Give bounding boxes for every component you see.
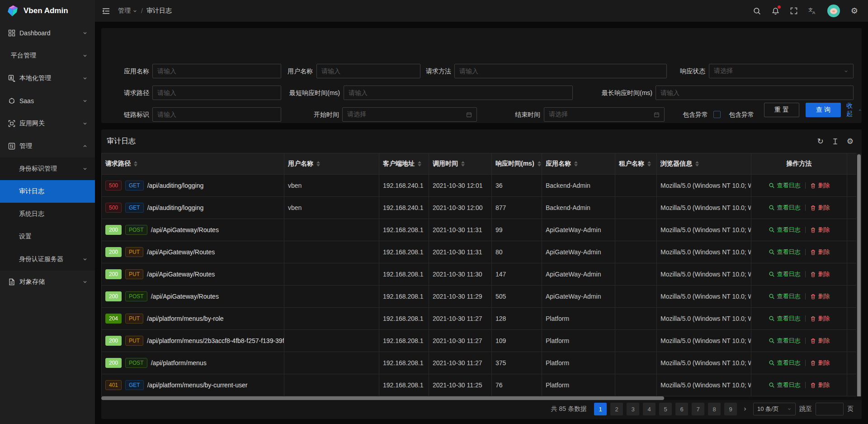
response-status-select[interactable]: 请选择 [709, 64, 854, 78]
column-header-0[interactable]: 请求路径 [101, 153, 284, 174]
delete-button[interactable]: 删除 [810, 204, 830, 212]
sidebar-item-3[interactable]: Saas [0, 90, 95, 112]
page-button-8[interactable]: 8 [708, 403, 721, 415]
page-size-select[interactable]: 10 条/页 [753, 403, 796, 415]
browser-info-cell: Mozilla/5.0 (Windows NT 10.0; Win [657, 374, 751, 396]
row-height-icon[interactable] [832, 138, 839, 145]
delete-button[interactable]: 删除 [810, 270, 830, 278]
max-response-time-input[interactable] [656, 86, 854, 100]
min-response-time-input[interactable] [344, 86, 573, 100]
breadcrumb-item-manage[interactable]: 管理 [118, 7, 137, 15]
next-page-button[interactable] [741, 406, 750, 412]
method-badge: PUT [125, 314, 143, 324]
view-log-button[interactable]: 查看日志 [769, 359, 801, 367]
delete-button[interactable]: 删除 [810, 337, 830, 345]
delete-button[interactable]: 删除 [810, 314, 830, 323]
sidebar-item-10[interactable]: 身份认证服务器 [0, 248, 95, 271]
sort-carets-icon[interactable] [134, 161, 137, 167]
sidebar-item-1[interactable]: 平台管理 [0, 44, 95, 67]
sidebar-item-2[interactable]: 本地化管理 [0, 67, 95, 90]
avatar[interactable] [827, 5, 840, 17]
request-path-input[interactable] [152, 86, 281, 100]
page-button-9[interactable]: 9 [724, 403, 737, 415]
column-header-5[interactable]: 应用名称 [542, 153, 615, 174]
search-button[interactable]: 查 询 [806, 103, 841, 117]
end-time-picker[interactable]: 请选择 [544, 107, 665, 122]
column-header-7[interactable]: 浏览器信息 [657, 153, 751, 174]
header-actions: 文 A ⚙ [753, 5, 868, 17]
delete-button[interactable]: 删除 [810, 381, 830, 389]
sort-carets-icon[interactable] [418, 161, 421, 167]
refresh-icon[interactable]: ↻ [817, 138, 824, 145]
horizontal-scrollbar[interactable] [101, 396, 862, 400]
field-label: 链路标识 [113, 107, 149, 122]
delete-button[interactable]: 删除 [810, 226, 830, 234]
sidebar-item-6[interactable]: 身份标识管理 [0, 157, 95, 180]
collapse-link[interactable]: 收起 [846, 103, 862, 117]
delete-button[interactable]: 删除 [810, 181, 830, 190]
page-button-1[interactable]: 1 [594, 403, 607, 415]
page-button-6[interactable]: 6 [675, 403, 688, 415]
vertical-scrollbar-thumb[interactable] [857, 154, 861, 399]
sidebar-item-9[interactable]: 设置 [0, 225, 95, 248]
view-log-button[interactable]: 查看日志 [769, 270, 801, 278]
sidebar-item-11[interactable]: 对象存储 [0, 271, 95, 293]
menu-fold-icon[interactable] [102, 7, 110, 15]
view-log-button[interactable]: 查看日志 [769, 248, 801, 256]
page-button-3[interactable]: 3 [627, 403, 639, 415]
notification-bell-icon[interactable] [772, 7, 779, 15]
app-name-input[interactable] [152, 64, 281, 78]
page-button-7[interactable]: 7 [692, 403, 704, 415]
page-button-5[interactable]: 5 [659, 403, 672, 415]
sort-carets-icon[interactable] [574, 161, 578, 167]
start-time-picker[interactable]: 请选择 [342, 107, 477, 122]
status-badge: 200 [105, 247, 122, 257]
sidebar-item-5[interactable]: 管理 [0, 135, 95, 157]
view-log-button[interactable]: 查看日志 [769, 204, 801, 212]
column-header-label: 请求路径 [105, 160, 131, 168]
sort-carets-icon[interactable] [461, 161, 465, 167]
sidebar-item-7[interactable]: 审计日志 [0, 180, 95, 203]
user-name-input[interactable] [316, 64, 420, 78]
reset-button[interactable]: 重 置 [764, 103, 799, 117]
column-header-6[interactable]: 租户名称 [615, 153, 657, 174]
sort-carets-icon[interactable] [647, 161, 651, 167]
app-logo[interactable]: Vben Admin [0, 0, 95, 22]
settings-gear-icon[interactable]: ⚙ [851, 7, 858, 15]
search-icon[interactable] [753, 7, 761, 15]
page-button-2[interactable]: 2 [610, 403, 623, 415]
view-log-button[interactable]: 查看日志 [769, 314, 801, 323]
trace-id-input[interactable] [152, 107, 281, 122]
sort-carets-icon[interactable] [538, 161, 541, 167]
column-header-4[interactable]: 响应时间(ms) [492, 153, 542, 174]
view-log-button[interactable]: 查看日志 [769, 181, 801, 190]
column-header-2[interactable]: 客户端地址 [379, 153, 429, 174]
view-log-button[interactable]: 查看日志 [769, 292, 801, 300]
include-exception-checkbox[interactable] [713, 111, 721, 118]
horizontal-scrollbar-thumb[interactable] [101, 396, 664, 400]
actions-cell: 查看日志删除 [751, 286, 847, 307]
request-method-input[interactable] [454, 64, 667, 78]
view-log-button[interactable]: 查看日志 [769, 337, 801, 345]
sort-carets-icon[interactable] [316, 161, 320, 167]
delete-button[interactable]: 删除 [810, 248, 830, 256]
translate-icon[interactable]: 文 A [808, 7, 816, 15]
view-log-button[interactable]: 查看日志 [769, 381, 801, 389]
table-settings-gear-icon[interactable]: ⚙ [847, 138, 854, 145]
sidebar-item-4[interactable]: 应用网关 [0, 112, 95, 135]
sidebar-item-8[interactable]: 系统日志 [0, 203, 95, 225]
page-button-4[interactable]: 4 [643, 403, 656, 415]
column-header-1[interactable]: 用户名称 [284, 153, 379, 174]
vertical-scrollbar[interactable] [856, 153, 862, 400]
magnifier-icon [769, 271, 775, 277]
delete-button[interactable]: 删除 [810, 292, 830, 300]
jump-page-input[interactable] [816, 403, 844, 415]
delete-button[interactable]: 删除 [810, 359, 830, 367]
chevron-up-icon [82, 143, 88, 149]
column-header-3[interactable]: 调用时间 [429, 153, 492, 174]
sort-carets-icon[interactable] [695, 161, 699, 167]
view-log-button[interactable]: 查看日志 [769, 226, 801, 234]
audit-log-table: 请求路径用户名称客户端地址调用时间响应时间(ms)应用名称租户名称浏览器信息操作… [101, 153, 862, 396]
fullscreen-icon[interactable] [790, 7, 797, 14]
sidebar-item-0[interactable]: Dashboard [0, 22, 95, 44]
